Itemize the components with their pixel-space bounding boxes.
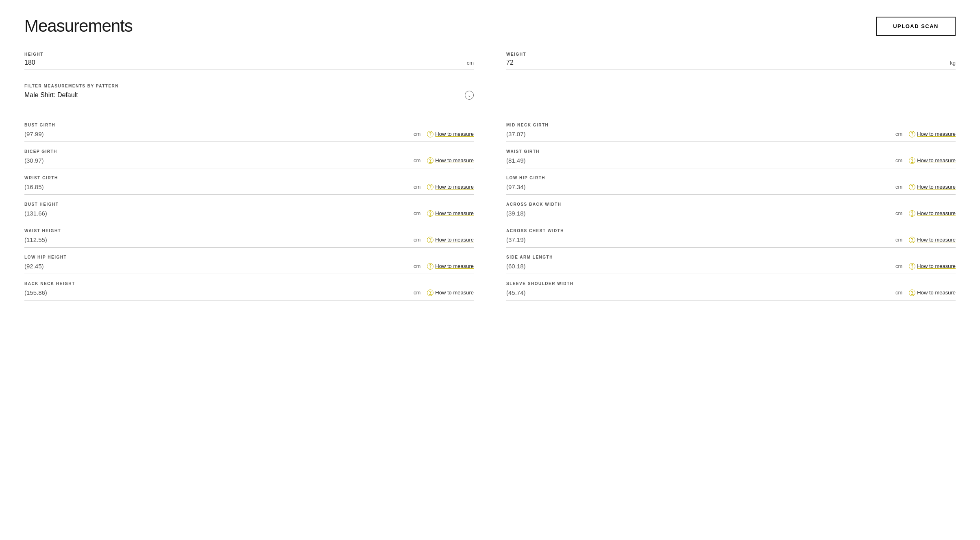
measurement-unit: cm <box>414 210 420 216</box>
question-icon: ? <box>909 184 915 190</box>
how-to-measure-link[interactable]: ? How to measure <box>909 184 956 190</box>
how-to-measure-link[interactable]: ? How to measure <box>909 157 956 164</box>
measurement-label: LOW HIP HEIGHT <box>24 255 474 259</box>
measurement-unit: cm <box>895 157 902 163</box>
height-unit: cm <box>467 60 474 66</box>
measurement-input[interactable] <box>24 236 410 243</box>
question-icon: ? <box>427 210 433 217</box>
measurement-label: MID NECK GIRTH <box>506 123 956 127</box>
measurement-label: SLEEVE SHOULDER WIDTH <box>506 281 956 286</box>
how-to-measure-link[interactable]: ? How to measure <box>427 131 474 137</box>
how-to-measure-link[interactable]: ? How to measure <box>427 290 474 296</box>
measurement-label: LOW HIP GIRTH <box>506 176 956 180</box>
measurement-input[interactable] <box>506 131 892 137</box>
measurement-input-row: cm ? How to measure <box>506 131 956 137</box>
measurement-input[interactable] <box>24 289 410 296</box>
how-to-measure-text: How to measure <box>435 157 474 163</box>
weight-label: WEIGHT <box>506 52 956 57</box>
question-icon: ? <box>909 210 915 217</box>
how-to-measure-text: How to measure <box>435 237 474 243</box>
measurement-unit: cm <box>414 237 420 243</box>
weight-unit: kg <box>950 60 956 66</box>
measurement-unit: cm <box>895 184 902 190</box>
how-to-measure-link[interactable]: ? How to measure <box>427 184 474 190</box>
upload-scan-button[interactable]: UPLOAD SCAN <box>876 17 956 36</box>
measurement-field: LOW HIP GIRTH cm ? How to measure <box>506 168 956 195</box>
measurement-input[interactable] <box>506 289 892 296</box>
measurement-field: BUST GIRTH cm ? How to measure <box>24 115 474 142</box>
measurement-unit: cm <box>895 237 902 243</box>
weight-input-row: kg <box>506 59 956 70</box>
measurement-input[interactable] <box>506 210 892 217</box>
measurement-input-row: cm ? How to measure <box>24 263 474 270</box>
measurement-input[interactable] <box>24 210 410 217</box>
measurement-input[interactable] <box>506 263 892 270</box>
how-to-measure-text: How to measure <box>917 210 956 216</box>
measurement-field: BICEP GIRTH cm ? How to measure <box>24 142 474 168</box>
how-to-measure-link[interactable]: ? How to measure <box>427 157 474 164</box>
how-to-measure-link[interactable]: ? How to measure <box>909 210 956 217</box>
how-to-measure-link[interactable]: ? How to measure <box>427 210 474 217</box>
how-to-measure-link[interactable]: ? How to measure <box>427 237 474 243</box>
measurement-field: ACROSS BACK WIDTH cm ? How to measure <box>506 195 956 221</box>
measurement-unit: cm <box>414 290 420 296</box>
how-to-measure-text: How to measure <box>435 290 474 296</box>
how-to-measure-link[interactable]: ? How to measure <box>427 263 474 270</box>
how-to-measure-link[interactable]: ? How to measure <box>909 131 956 137</box>
measurement-input-row: cm ? How to measure <box>506 236 956 243</box>
height-input[interactable] <box>24 59 464 66</box>
measurement-label: ACROSS CHEST WIDTH <box>506 229 956 233</box>
measurement-label: BUST GIRTH <box>24 123 474 127</box>
height-label: HEIGHT <box>24 52 474 57</box>
measurement-input-row: cm ? How to measure <box>24 183 474 190</box>
measurement-field-inner: LOW HIP GIRTH cm ? How to measure <box>506 168 956 195</box>
how-to-measure-link[interactable]: ? How to measure <box>909 263 956 270</box>
measurement-input[interactable] <box>24 263 410 270</box>
page-header: Measurements UPLOAD SCAN <box>24 16 956 36</box>
measurement-input-row: cm ? How to measure <box>506 183 956 190</box>
measurement-label: BICEP GIRTH <box>24 149 474 154</box>
measurement-unit: cm <box>895 290 902 296</box>
measurement-input-row: cm ? How to measure <box>24 236 474 243</box>
measurement-input-row: cm ? How to measure <box>24 131 474 137</box>
measurement-input[interactable] <box>506 157 892 164</box>
measurement-input[interactable] <box>24 131 410 137</box>
question-icon: ? <box>909 131 915 137</box>
measurement-field: BUST HEIGHT cm ? How to measure <box>24 195 474 221</box>
measurement-field-inner: BUST GIRTH cm ? How to measure <box>24 115 474 142</box>
measurement-input[interactable] <box>506 183 892 190</box>
measurement-input[interactable] <box>24 157 410 164</box>
measurement-field: WAIST HEIGHT cm ? How to measure <box>24 221 474 248</box>
chevron-down-icon: ⌄ <box>465 91 474 100</box>
measurement-label: ACROSS BACK WIDTH <box>506 202 956 207</box>
measurement-unit: cm <box>414 157 420 163</box>
measurement-field-inner: SLEEVE SHOULDER WIDTH cm ? How to measur… <box>506 274 956 300</box>
measurement-input-row: cm ? How to measure <box>24 157 474 164</box>
measurement-field-inner: BICEP GIRTH cm ? How to measure <box>24 142 474 168</box>
measurement-label: WRIST GIRTH <box>24 176 474 180</box>
how-to-measure-text: How to measure <box>917 131 956 137</box>
weight-input[interactable] <box>506 59 947 66</box>
measurement-field: LOW HIP HEIGHT cm ? How to measure <box>24 248 474 274</box>
how-to-measure-text: How to measure <box>917 290 956 296</box>
measurement-input[interactable] <box>506 236 892 243</box>
measurement-field-inner: BUST HEIGHT cm ? How to measure <box>24 195 474 221</box>
measurement-field: WRIST GIRTH cm ? How to measure <box>24 168 474 195</box>
measurement-field-inner: ACROSS BACK WIDTH cm ? How to measure <box>506 195 956 221</box>
measurement-field: SIDE ARM LENGTH cm ? How to measure <box>506 248 956 274</box>
measurement-field-inner: BACK NECK HEIGHT cm ? How to measure <box>24 274 474 300</box>
filter-select[interactable]: Male Shirt: Default ⌄ <box>24 91 490 103</box>
measurement-label: BACK NECK HEIGHT <box>24 281 474 286</box>
how-to-measure-text: How to measure <box>917 184 956 190</box>
page-title: Measurements <box>24 16 133 36</box>
filter-label: FILTER MEASUREMENTS BY PATTERN <box>24 84 956 88</box>
how-to-measure-link[interactable]: ? How to measure <box>909 237 956 243</box>
measurement-field-inner: MID NECK GIRTH cm ? How to measure <box>506 115 956 142</box>
how-to-measure-text: How to measure <box>435 131 474 137</box>
measurement-field-inner: SIDE ARM LENGTH cm ? How to measure <box>506 248 956 274</box>
measurement-field: BACK NECK HEIGHT cm ? How to measure <box>24 274 474 300</box>
measurement-input[interactable] <box>24 183 410 190</box>
how-to-measure-link[interactable]: ? How to measure <box>909 290 956 296</box>
measurement-field: WAIST GIRTH cm ? How to measure <box>506 142 956 168</box>
question-icon: ? <box>427 237 433 243</box>
